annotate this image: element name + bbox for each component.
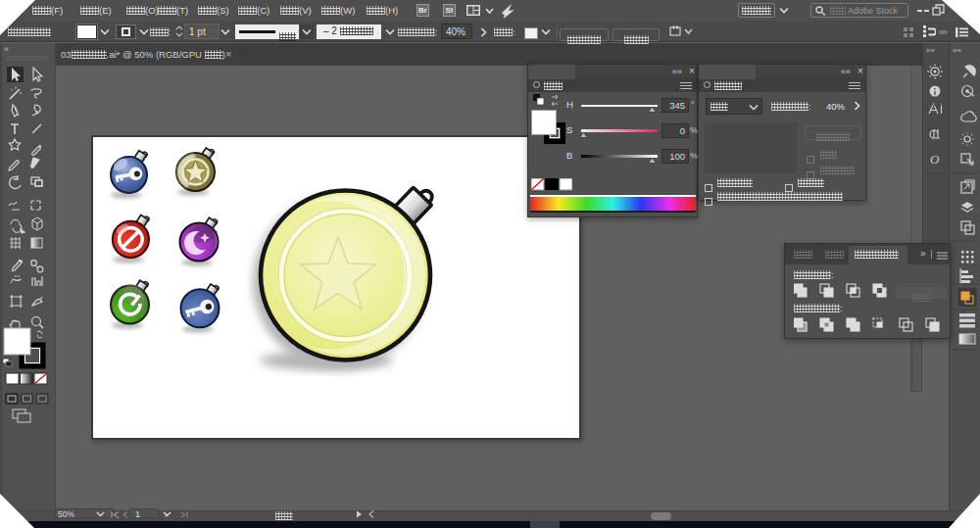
svg-text:»«: »« — [926, 46, 935, 55]
svg-text:»«: »« — [953, 46, 961, 55]
svg-text:«: « — [4, 44, 9, 54]
svg-text:O: O — [930, 152, 940, 167]
